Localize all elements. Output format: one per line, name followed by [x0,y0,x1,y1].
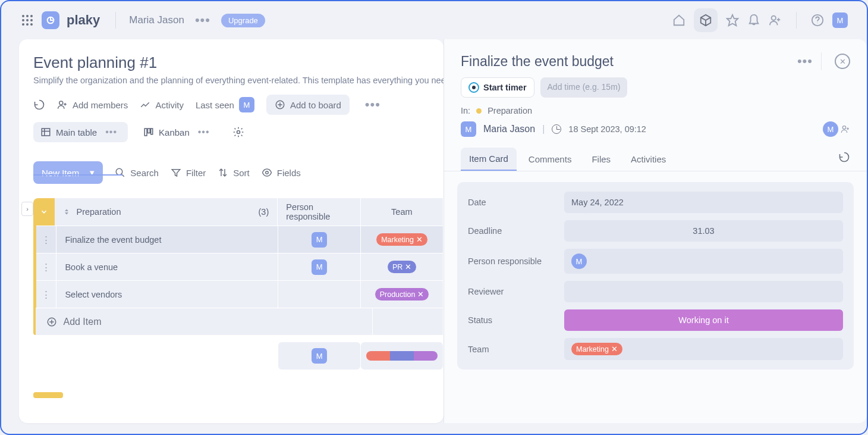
logo-text: plaky [67,12,100,28]
team-tag[interactable]: Marketing✕ [571,343,622,355]
gear-icon[interactable] [232,126,244,138]
person-avatar: M [571,254,587,269]
svg-marker-10 [727,15,738,26]
status-value[interactable]: Working on it [564,309,843,331]
package-icon-box[interactable] [694,8,718,32]
panel-title: Finalize the event budget [461,54,794,70]
timer-icon [468,82,479,93]
more-icon[interactable]: ••• [191,12,214,28]
field-person-responsible: Person responsible M [468,249,843,274]
row-person-cell: M [278,226,361,253]
fields-button[interactable]: Fields [262,167,301,178]
search-button[interactable]: Search [115,167,159,178]
group-collapse-toggle[interactable] [33,198,55,226]
view-more-icon[interactable]: ••• [102,127,121,137]
group-name-header[interactable]: Preparation(3) [55,198,278,226]
add-time-input[interactable]: Add time (e.g. 15m) [540,77,628,98]
svg-point-11 [772,16,776,20]
in-label: In: [461,106,470,115]
refresh-icon[interactable] [838,151,850,163]
panel-header: Finalize the event budget ••• ✕ [444,39,867,77]
view-more-icon[interactable]: ••• [194,127,213,137]
person-avatar[interactable]: M [312,259,327,275]
automations-button[interactable] [33,99,45,111]
field-value[interactable]: M [564,249,843,274]
field-value[interactable]: 31.03 [564,220,843,242]
row-name-cell: Book a venue [56,253,278,280]
add-item-button[interactable]: Add Item [36,308,302,335]
col-person-header[interactable]: Person responsible [278,198,360,226]
row-person-cell: M [278,253,361,280]
team-tag[interactable]: Marketing✕ [376,233,427,246]
watcher-avatar[interactable]: M [823,121,838,137]
new-item-button[interactable]: New Item▾ [33,161,103,184]
team-tag[interactable]: Production✕ [375,288,429,301]
upgrade-button[interactable]: Upgrade [221,14,265,27]
drag-handle-icon[interactable]: ⋮ [36,253,56,280]
user-avatar[interactable]: M [832,12,848,28]
remove-tag-icon[interactable]: ✕ [416,235,423,244]
svg-point-3 [22,19,24,21]
remove-tag-icon[interactable]: ✕ [611,345,618,353]
close-button[interactable]: ✕ [835,54,850,69]
svg-point-19 [237,131,240,134]
star-icon[interactable] [726,14,739,27]
drag-handle-icon[interactable]: ⋮ [36,226,56,253]
view-tab-kanban[interactable]: Kanban••• [136,122,221,142]
field-value[interactable] [564,281,843,302]
table-wrap: › Preparation(3) Person responsible Team… [33,198,444,393]
view-tab-main-table[interactable]: Main table••• [33,122,128,142]
tab-files[interactable]: Files [583,148,619,170]
apps-grid-icon[interactable] [20,13,34,27]
svg-point-4 [26,19,29,21]
board-panel: Event planning #1 Simplify the organizat… [19,39,444,423]
last-seen-button[interactable]: Last seenM [196,97,254,112]
board-description: Simplify the organization and the planni… [33,76,444,85]
table-row[interactable]: ⋮ Book a venue M PR✕ [33,253,444,280]
field-value[interactable]: Marketing✕ [564,338,843,360]
chevron-down-icon: ▾ [90,167,95,178]
bell-icon[interactable] [747,14,760,27]
add-item-label: Add Item [63,317,101,327]
person-avatar[interactable]: M [312,232,327,248]
add-members-button[interactable]: Add members [57,99,128,110]
drag-handle-icon[interactable]: ⋮ [36,280,56,308]
svg-rect-16 [144,129,147,136]
field-reviewer: Reviewer [468,281,843,302]
col-team-header[interactable]: Team [361,198,444,226]
team-tag[interactable]: PR✕ [388,261,416,273]
svg-point-13 [59,101,63,105]
add-members-label: Add members [73,100,128,110]
logo-icon[interactable] [42,11,59,29]
row-team-cell: PR✕ [361,253,444,280]
remove-tag-icon[interactable]: ✕ [405,262,411,271]
group-name-label: Preparation [76,207,121,217]
add-to-board-button[interactable]: Add to board [266,95,350,115]
add-item-row: Add Item [33,308,444,335]
help-icon[interactable] [811,14,824,27]
add-watcher-icon[interactable] [841,124,850,134]
start-timer-button[interactable]: Start timer [461,77,534,98]
table-row[interactable]: ⋮ Select vendors Production✕ [33,280,444,308]
add-user-icon[interactable] [769,14,782,27]
tab-activities[interactable]: Activities [622,148,674,170]
field-value[interactable]: May 24, 2022 [564,192,843,213]
home-icon[interactable] [672,14,685,27]
sort-button[interactable]: Sort [218,167,250,178]
expand-handle[interactable]: › [21,202,33,216]
remove-tag-icon[interactable]: ✕ [417,290,424,299]
tab-item-card[interactable]: Item Card [461,148,517,171]
tab-comments[interactable]: Comments [520,148,580,170]
panel-more-icon[interactable]: ••• [794,54,816,69]
filter-button[interactable]: Filter [171,167,206,178]
clock-icon [552,124,561,134]
activity-button[interactable]: Activity [140,99,184,110]
svg-point-0 [22,15,24,17]
workspace-user-name[interactable]: Maria Jason [129,14,184,26]
table-row[interactable]: ⋮ Finalize the event budget M Marketing✕ [33,226,444,253]
kanban-label: Kanban [159,127,190,137]
group-color-dot [476,108,482,114]
package-icon [699,14,712,27]
board-more-icon[interactable]: ••• [361,97,384,112]
item-card-body: Date May 24, 2022 Deadline 31.03 Person … [457,182,854,370]
